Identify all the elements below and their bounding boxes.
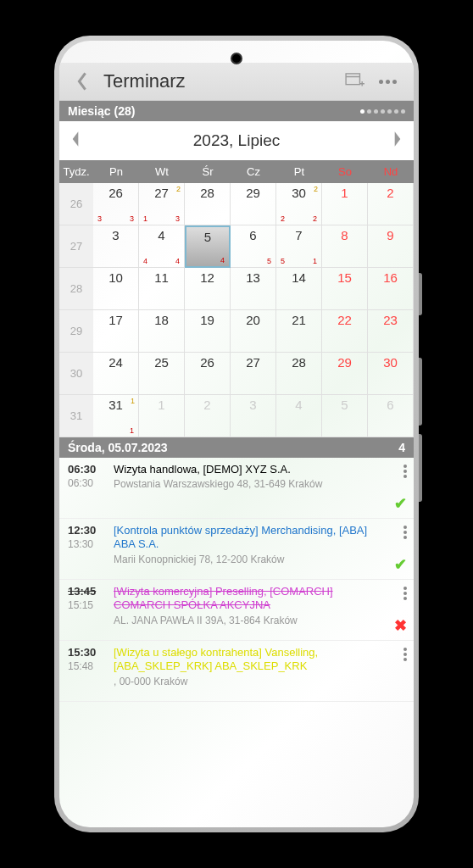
event-menu-button[interactable]: [403, 526, 407, 539]
day-cell[interactable]: 20: [231, 310, 276, 353]
day-cell[interactable]: 751: [276, 225, 322, 268]
day-cell[interactable]: 4: [276, 395, 322, 437]
weekday-label: So: [322, 160, 368, 183]
day-cell[interactable]: 10: [93, 268, 139, 310]
day-cell[interactable]: 12: [185, 268, 231, 310]
event-menu-button[interactable]: [403, 465, 407, 478]
weekday-label: Nd: [368, 160, 414, 183]
selected-day-date: Środa, 05.07.2023: [68, 441, 168, 454]
event-menu-button[interactable]: [403, 648, 407, 661]
page-title: Terminarz: [103, 70, 338, 92]
weekday-label: Wt: [139, 160, 185, 183]
app-header: Terminarz: [59, 63, 414, 101]
calendar-weekday-header: Tydz.PnWtŚrCzPtSoNd: [59, 160, 414, 183]
event-end-time: 13:30: [68, 538, 109, 550]
event-item[interactable]: 13:4515:15[Wizyta komercyjna] Preselling…: [59, 580, 414, 641]
day-cell[interactable]: 19: [185, 310, 231, 353]
event-item[interactable]: 06:3006:30Wizyta handlowa, [DEMO] XYZ S.…: [59, 458, 414, 519]
event-address: , 00-000 Kraków: [114, 676, 388, 687]
event-start-time: 06:30: [68, 463, 109, 476]
day-cell[interactable]: 25: [139, 353, 185, 395]
day-cell[interactable]: 28: [185, 183, 231, 225]
weekday-label: Pn: [93, 160, 139, 183]
day-cell[interactable]: 15: [322, 268, 368, 310]
event-menu-button[interactable]: [403, 587, 407, 600]
day-cell[interactable]: 28: [276, 353, 322, 395]
day-cell[interactable]: 29: [322, 353, 368, 395]
checkmark-icon: ✔: [394, 494, 407, 513]
week-number: 28: [59, 268, 93, 310]
weekday-label: Cz: [231, 160, 276, 183]
day-cell[interactable]: 14: [276, 268, 322, 310]
cancel-icon: ✖: [394, 616, 407, 635]
day-cell[interactable]: 24: [93, 353, 139, 395]
event-end-time: 15:15: [68, 599, 109, 611]
event-address: Marii Konopnickiej 78, 12-200 Kraków: [114, 554, 388, 565]
add-event-button[interactable]: [338, 70, 372, 93]
day-cell[interactable]: 444: [139, 225, 185, 268]
week-number: 31: [59, 395, 93, 437]
selected-day-bar: Środa, 05.07.2023 4: [59, 437, 414, 458]
month-label: 2023, Lipiec: [193, 131, 280, 150]
day-cell[interactable]: 30: [368, 353, 414, 395]
weekday-label: Tydz.: [59, 160, 93, 183]
prev-month-button[interactable]: [70, 130, 81, 152]
event-end-time: 15:48: [68, 660, 109, 672]
day-cell[interactable]: 17: [93, 310, 139, 353]
weekday-label: Pt: [276, 160, 322, 183]
day-cell[interactable]: 13: [231, 268, 276, 310]
day-cell[interactable]: 3: [231, 395, 276, 437]
month-summary-label: Miesiąc (28): [68, 104, 135, 118]
day-cell[interactable]: 9: [368, 225, 414, 268]
event-title: Wizyta handlowa, [DEMO] XYZ S.A.: [114, 463, 388, 476]
event-end-time: 06:30: [68, 477, 109, 489]
week-number: 26: [59, 183, 93, 225]
day-cell[interactable]: 6: [368, 395, 414, 437]
event-item[interactable]: 15:3015:48[Wizyta u stałego kontrahenta]…: [59, 641, 414, 702]
day-cell[interactable]: 3111: [93, 395, 139, 437]
checkmark-icon: ✔: [394, 555, 407, 574]
event-start-time: 13:45: [68, 585, 109, 598]
day-cell[interactable]: 23: [368, 310, 414, 353]
month-summary-bar: Miesiąc (28): [59, 101, 414, 121]
next-month-button[interactable]: [392, 130, 403, 152]
day-cell[interactable]: 11: [139, 268, 185, 310]
svg-rect-0: [346, 74, 359, 85]
day-cell[interactable]: 29: [231, 183, 276, 225]
day-cell[interactable]: 18: [139, 310, 185, 353]
day-cell[interactable]: 21: [276, 310, 322, 353]
selected-day-count: 4: [398, 441, 405, 454]
day-cell[interactable]: 22: [322, 310, 368, 353]
weekday-label: Śr: [185, 160, 231, 183]
menu-button[interactable]: [372, 76, 403, 87]
day-cell[interactable]: 2: [368, 183, 414, 225]
week-number: 27: [59, 225, 93, 268]
week-number: 30: [59, 353, 93, 395]
back-button[interactable]: [70, 68, 95, 95]
page-indicator: [360, 109, 405, 114]
event-title: [Wizyta u stałego kontrahenta] Vansellin…: [114, 646, 388, 674]
event-address: AL. JANA PAWŁA II 39A, 31-864 Kraków: [114, 615, 388, 626]
event-start-time: 15:30: [68, 646, 109, 659]
day-cell[interactable]: 8: [322, 225, 368, 268]
day-cell[interactable]: 5: [322, 395, 368, 437]
event-item[interactable]: 12:3013:30[Kontrola punktów sprzedaży] M…: [59, 519, 414, 580]
day-cell[interactable]: 26: [185, 353, 231, 395]
month-navigation: 2023, Lipiec: [59, 121, 414, 160]
event-title: [Kontrola punktów sprzedaży] Merchandisi…: [114, 524, 388, 552]
event-title: [Wizyta komercyjna] Preselling, [COMARCH…: [114, 585, 388, 613]
day-cell[interactable]: 2633: [93, 183, 139, 225]
day-cell[interactable]: 27: [231, 353, 276, 395]
day-cell[interactable]: 1: [139, 395, 185, 437]
event-address: Powstania Warszawskiego 48, 31-649 Krakó…: [114, 478, 388, 490]
day-cell[interactable]: 16: [368, 268, 414, 310]
day-cell[interactable]: 54: [185, 225, 231, 268]
day-cell[interactable]: 27213: [139, 183, 185, 225]
day-cell[interactable]: 30222: [276, 183, 322, 225]
event-list: 06:3006:30Wizyta handlowa, [DEMO] XYZ S.…: [59, 458, 414, 827]
day-cell[interactable]: 2: [185, 395, 231, 437]
calendar-grid: 2626332721328293022212273444546575189281…: [59, 183, 414, 437]
day-cell[interactable]: 3: [93, 225, 139, 268]
day-cell[interactable]: 65: [231, 225, 276, 268]
day-cell[interactable]: 1: [322, 183, 368, 225]
